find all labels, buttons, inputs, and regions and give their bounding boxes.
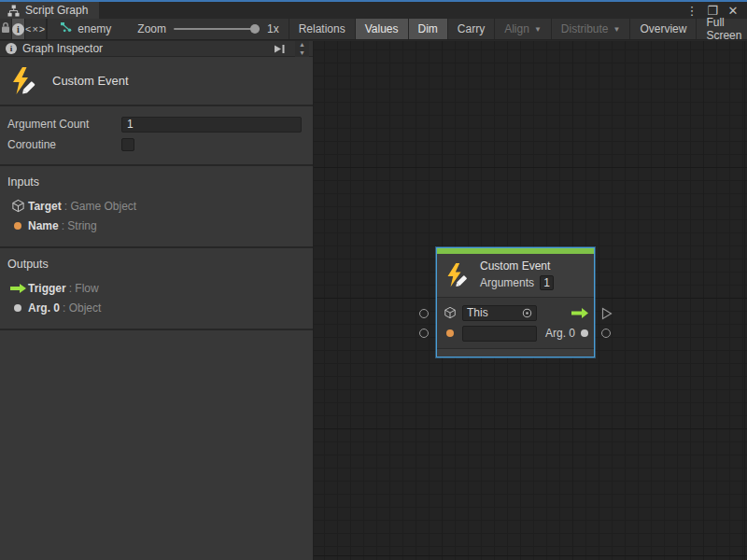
output-row-trigger: Trigger : Flow — [7, 278, 303, 298]
custom-event-node[interactable]: Custom Event Arguments 1 This — [436, 247, 595, 357]
outputs-section: Outputs Trigger : Flow Arg. 0 : Object — [0, 248, 313, 330]
main-area: i Graph Inspector ▲ ▼ — [0, 41, 747, 560]
inspector-title: Graph Inspector — [22, 42, 103, 55]
dim-button[interactable]: Dim — [409, 19, 448, 39]
io-name: Name — [28, 219, 59, 232]
node-body: This Arg. 0 — [437, 298, 594, 348]
target-dropdown[interactable]: This — [462, 305, 537, 321]
node-arguments-input[interactable]: 1 — [540, 275, 554, 290]
inputs-title: Inputs — [7, 175, 303, 189]
event-header: Custom Event — [0, 57, 313, 106]
zoom-slider[interactable] — [174, 28, 260, 30]
io-name: Target — [28, 200, 62, 213]
outputs-title: Outputs — [7, 258, 303, 271]
lock-icon — [0, 21, 11, 36]
align-label: Align — [504, 22, 529, 35]
tab-script-graph[interactable]: Script Graph — [0, 2, 99, 19]
graph-canvas[interactable]: Custom Event Arguments 1 This — [314, 41, 747, 560]
node-title: Custom Event — [480, 259, 554, 273]
event-name-input[interactable] — [462, 326, 537, 342]
graph-breadcrumb[interactable]: enemy — [48, 19, 124, 39]
event-title: Custom Event — [52, 74, 129, 88]
node-footer — [437, 348, 594, 357]
io-type: : String — [62, 219, 97, 232]
external-output-port-trigger[interactable] — [601, 307, 613, 323]
dock-panel-icon[interactable] — [274, 44, 286, 54]
overview-label: Overview — [640, 22, 686, 35]
external-input-port-target[interactable] — [419, 309, 429, 318]
output-row-arg0: Arg. 0 : Object — [7, 298, 303, 317]
code-brackets-icon: <×> — [25, 23, 46, 35]
name-port-icon[interactable] — [443, 329, 457, 337]
graph-inspector-panel: i Graph Inspector ▲ ▼ — [0, 41, 314, 560]
zoom-slider-handle[interactable] — [250, 24, 260, 34]
inputs-section: Inputs Target : Game Object Name : Strin… — [0, 166, 313, 248]
io-type: : Flow — [69, 282, 99, 295]
custom-event-icon — [444, 262, 471, 288]
carry-button[interactable]: Carry — [448, 19, 495, 39]
node-arguments-label: Arguments — [480, 276, 534, 289]
green-arrow-icon — [7, 284, 28, 293]
chevron-down-icon: ▼ — [613, 25, 621, 34]
relations-button[interactable]: Relations — [289, 19, 356, 39]
inspector-scroll-stepper[interactable]: ▲ ▼ — [295, 41, 309, 57]
values-button[interactable]: Values — [356, 19, 409, 39]
relations-label: Relations — [299, 22, 345, 35]
trigger-port-icon[interactable] — [571, 308, 588, 318]
carry-label: Carry — [458, 22, 485, 35]
lock-button[interactable] — [0, 19, 12, 39]
dim-label: Dim — [418, 22, 438, 35]
chevron-down-icon: ▼ — [534, 25, 542, 34]
zoom-control: Zoom 1x — [124, 19, 289, 39]
zoom-label: Zoom — [137, 22, 166, 35]
io-name: Trigger — [28, 282, 66, 295]
script-graph-icon — [7, 5, 20, 17]
io-type: : Game Object — [64, 200, 136, 213]
arg0-label: Arg. 0 — [545, 327, 575, 340]
scroll-up-icon[interactable]: ▲ — [295, 41, 309, 49]
graph-inspector-header: i Graph Inspector ▲ ▼ — [0, 41, 313, 57]
tab-bar: Script Graph ⋮ ❐ ✕ — [0, 2, 747, 19]
coroutine-row: Coroutine — [7, 134, 302, 155]
info-icon: i — [6, 43, 17, 54]
values-label: Values — [365, 22, 399, 35]
cube-icon — [443, 306, 457, 319]
align-button[interactable]: Align▼ — [495, 19, 552, 39]
event-settings: Argument Count 1 Coroutine — [0, 106, 313, 166]
gray-dot-icon — [7, 304, 28, 312]
custom-event-icon — [9, 66, 39, 96]
overview-button[interactable]: Overview — [630, 19, 697, 39]
distribute-label: Distribute — [561, 22, 609, 35]
coroutine-label: Coroutine — [7, 138, 121, 151]
argument-count-row: Argument Count 1 — [7, 114, 302, 134]
input-row-name: Name : String — [7, 216, 303, 235]
code-view-button[interactable]: <×> — [25, 19, 47, 39]
inspector-toggle-button[interactable]: i — [12, 19, 25, 39]
orange-dot-icon — [7, 222, 28, 230]
input-row-target: Target : Game Object — [7, 196, 303, 216]
full-screen-label: Full Screen — [706, 16, 741, 42]
target-dropdown-value: This — [467, 306, 488, 319]
graph-name-label: enemy — [78, 22, 111, 35]
external-output-port-arg0[interactable] — [601, 329, 611, 338]
coroutine-checkbox[interactable] — [121, 138, 134, 151]
argument-count-input[interactable]: 1 — [121, 117, 302, 133]
io-type: : Object — [63, 301, 101, 315]
object-picker-icon[interactable] — [522, 308, 532, 318]
unity-script-graph-window: Script Graph ⋮ ❐ ✕ i <×> enemy Zoom — [0, 0, 747, 560]
graph-pointer-icon — [61, 22, 73, 36]
full-screen-button[interactable]: Full Screen — [697, 19, 747, 39]
scroll-down-icon[interactable]: ▼ — [295, 49, 309, 57]
window-menu-icon[interactable]: ⋮ — [684, 4, 700, 18]
arg0-port-icon[interactable] — [581, 327, 588, 340]
tab-title: Script Graph — [25, 4, 88, 17]
node-target-row: This — [443, 302, 588, 323]
cube-icon — [7, 199, 28, 213]
node-arg-row: Arg. 0 — [443, 323, 588, 343]
info-icon: i — [12, 23, 24, 35]
node-header[interactable]: Custom Event Arguments 1 — [437, 254, 594, 298]
external-input-port-name[interactable] — [419, 329, 429, 338]
zoom-value: 1x — [267, 22, 279, 35]
argument-count-label: Argument Count — [7, 118, 121, 131]
distribute-button[interactable]: Distribute▼ — [552, 19, 631, 39]
